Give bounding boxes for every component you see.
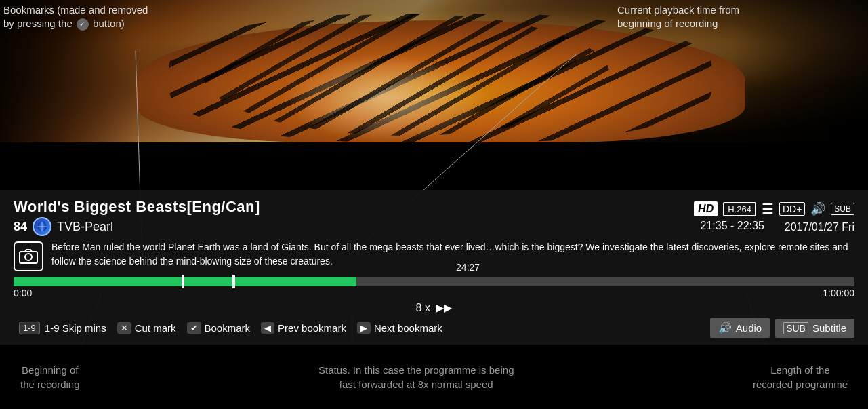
svg-point-10 (25, 254, 32, 260)
end-time-label: 1:00:00 (823, 288, 854, 298)
channel-name: TVB-Pearl (57, 220, 113, 234)
annotation-beginning: Beginning ofthe recording (20, 363, 80, 391)
prev-bookmark-control[interactable]: ◀ Prev bookmark (255, 319, 352, 336)
prev-bookmark-label: Prev bookmark (278, 322, 346, 334)
progress-track[interactable] (14, 277, 854, 286)
progress-fill (14, 277, 356, 286)
bookmark-control[interactable]: ✔ Bookmark (182, 319, 256, 336)
controls-row: 1-9 1-9 Skip mins ✕ Cut mark ✔ Bookmark … (14, 318, 854, 338)
cut-mark-control[interactable]: ✕ Cut mark (112, 319, 182, 336)
subtitle-label: Subtitle (812, 322, 846, 334)
channel-row: 84 TVB-Pearl (14, 217, 694, 236)
audio-format-icon: DD+ (779, 202, 805, 216)
next-bookmark-label: Next bookmark (374, 322, 442, 334)
audio-icon: 🔊 (718, 322, 732, 334)
right-controls: 🔊 Audio SUB Subtitle (710, 318, 854, 338)
badges: HD H.264 ☰ DD+ 🔊 SUB (694, 201, 854, 217)
cut-mark-label: Cut mark (135, 322, 176, 334)
progress-area: 24:27 0:00 1:00:00 (14, 277, 854, 298)
prev-icon: ◀ (261, 322, 274, 334)
speaker-icon[interactable]: 🔊 (810, 201, 825, 216)
annotation-length: Length of therecorded programme (753, 363, 848, 391)
current-time-marker: 24:27 (456, 262, 480, 273)
programme-description: Before Man ruled the world Planet Earth … (51, 240, 854, 269)
skip-label: 1-9 Skip mins (45, 322, 106, 334)
current-time-label: 24:27 (456, 262, 480, 273)
skip-badge: 1-9 (19, 322, 40, 334)
channel-logo-icon (33, 217, 51, 236)
start-time-label: 0:00 (14, 288, 32, 298)
h264-badge: H.264 (723, 202, 756, 216)
audio-label: Audio (736, 322, 762, 334)
annotation-status: Status. In this case the programme is be… (318, 363, 514, 391)
cut-icon: ✕ (117, 322, 131, 334)
next-icon: ▶ (357, 322, 371, 334)
programme-title: World's Biggest Beasts[Eng/Can] (14, 198, 694, 216)
bookmark-tick-2 (232, 275, 235, 288)
skip-mins-control[interactable]: 1-9 1-9 Skip mins (14, 319, 112, 337)
bottom-annotations: Beginning ofthe recording Status. In thi… (0, 345, 868, 409)
next-bookmark-control[interactable]: ▶ Next bookmark (352, 319, 448, 336)
description-row: Before Man ruled the world Planet Earth … (14, 240, 854, 271)
title-section: World's Biggest Beasts[Eng/Can] 84 TVB-P… (14, 198, 694, 236)
info-row: World's Biggest Beasts[Eng/Can] 84 TVB-P… (14, 198, 854, 236)
bookmark-label: Bookmark (205, 322, 251, 334)
camera-icon (14, 241, 43, 271)
menu-icon[interactable]: ☰ (762, 201, 774, 217)
annotation-playback: Current playback time frombeginning of r… (617, 3, 861, 30)
bookmark-tick-1 (182, 275, 184, 288)
speed-value: 8 x (416, 302, 430, 313)
audio-button[interactable]: 🔊 Audio (710, 318, 770, 338)
fast-forward-icon: ▶▶ (436, 302, 452, 313)
date-info: 2017/01/27 Fri (785, 221, 854, 233)
subtitle-button[interactable]: SUB Subtitle (775, 319, 854, 338)
time-range: 21:35 - 22:35 (701, 220, 764, 233)
bookmark-icon: ✔ (187, 322, 201, 334)
speed-indicator: 8 x ▶▶ (14, 301, 854, 314)
hd-badge: HD (694, 201, 718, 216)
channel-number: 84 (14, 220, 27, 234)
player-bar: World's Biggest Beasts[Eng/Can] 84 TVB-P… (0, 190, 868, 345)
annotation-bookmarks: Bookmarks (made and removedby pressing t… (3, 3, 261, 31)
sub-badge-icon: SUB (831, 203, 854, 215)
subtitle-icon: SUB (783, 322, 808, 334)
progress-labels: 0:00 1:00:00 (14, 288, 854, 298)
